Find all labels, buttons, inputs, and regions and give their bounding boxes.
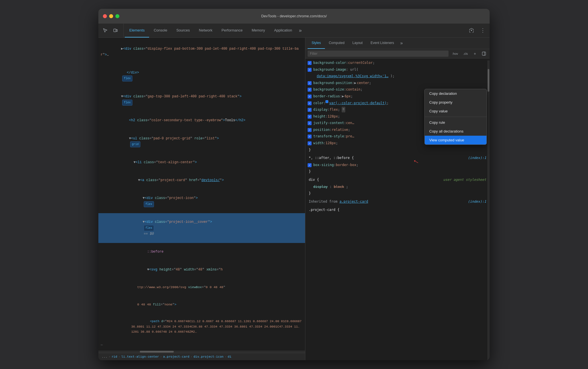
css-declaration-box-sizing: box-sizing : border-box ;	[305, 162, 490, 169]
tab-layout[interactable]: Layout	[348, 38, 367, 49]
universal-rule-header: *, ::after, ::before { (index):1	[305, 153, 490, 162]
copy-value-menu-item[interactable]: Copy value	[425, 107, 487, 116]
declaration-checkbox[interactable]	[308, 95, 312, 98]
cls-button[interactable]: .cls	[462, 51, 469, 56]
breadcrumb: ... › rid › li.text-align-center › a.pro…	[98, 353, 305, 360]
flex-badge[interactable]: flex	[122, 100, 132, 106]
more-style-tabs[interactable]: »	[398, 38, 405, 49]
tab-performance[interactable]: Performance	[217, 24, 247, 37]
declaration-checkbox[interactable]	[308, 68, 312, 72]
html-line: ▼<a class="project-card" href="devtools/…	[98, 171, 305, 189]
copy-all-declarations-menu-item[interactable]: Copy all declarations	[425, 127, 487, 136]
pseudo-element: ::before	[147, 250, 164, 254]
settings-icon[interactable]	[467, 26, 476, 35]
copy-property-menu-item[interactable]: Copy property	[425, 98, 487, 107]
view-computed-value-menu-item[interactable]: View computed value	[425, 136, 487, 144]
color-swatch[interactable]	[325, 100, 328, 103]
user-agent-label: user agent stylesheet	[443, 177, 486, 183]
window-title: DevTools - developer.chrome.com/docs/	[261, 14, 327, 18]
styles-panel: Styles Computed Layout Event Listeners »…	[305, 38, 490, 360]
css-close-brace: }	[305, 147, 490, 154]
inherited-from-header: Inherited from a.project-card (index):1	[305, 197, 490, 207]
html-line: ▼<ul class="pad-0 project-grid" role="li…	[98, 129, 305, 153]
css-close-brace: }	[305, 190, 490, 197]
more-options-icon[interactable]: ⋮	[478, 26, 487, 35]
user-agent-rule-header: div { user agent stylesheet	[305, 175, 490, 184]
copy-declaration-menu-item[interactable]: Copy declaration	[425, 89, 487, 98]
flex-badge[interactable]: flex	[144, 201, 154, 207]
inherited-source[interactable]: (index):1	[468, 199, 486, 205]
html-line: ▼<li class="text-align-center">	[98, 153, 305, 171]
toggle-sidebar-button[interactable]	[481, 50, 487, 57]
add-style-rule-button[interactable]: +	[471, 50, 478, 57]
scrollbar-thumb	[488, 69, 489, 92]
traffic-lights	[103, 14, 119, 18]
hov-button[interactable]: :hov	[451, 51, 460, 56]
device-toolbar-icon[interactable]	[111, 26, 120, 35]
tab-event-listeners[interactable]: Event Listeners	[367, 38, 398, 49]
declaration-checkbox[interactable]	[308, 121, 312, 125]
tab-styles[interactable]: Styles	[308, 38, 325, 49]
elements-panel: ▶<div class="display-flex pad-bottom-300…	[98, 38, 305, 360]
minimize-button[interactable]	[109, 14, 113, 18]
more-tabs-button[interactable]: »	[297, 24, 304, 37]
context-menu: Copy declaration Copy property Copy valu…	[424, 89, 487, 145]
tab-network[interactable]: Network	[194, 24, 217, 37]
devtools-toolbar: Elements Console Sources Network Perform…	[98, 24, 490, 38]
flex-badge[interactable]: flex	[144, 225, 154, 231]
toolbar-icons	[101, 24, 124, 37]
tab-sources[interactable]: Sources	[172, 24, 194, 37]
svg-rect-1	[116, 30, 117, 32]
maximize-button[interactable]	[115, 14, 119, 18]
toolbar-right: ⋮	[465, 24, 487, 37]
tab-elements[interactable]: Elements	[125, 24, 149, 37]
css-declaration-display-block: display : block ;	[305, 184, 490, 190]
inspect-icon[interactable]	[101, 26, 110, 35]
close-button[interactable]	[103, 14, 107, 18]
breadcrumb-item[interactable]: li.text-align-center	[121, 355, 159, 358]
css-declaration-background-color: background-color : currentColor ;	[305, 60, 490, 66]
declaration-checkbox[interactable]	[308, 81, 312, 85]
declaration-checkbox[interactable]	[308, 163, 312, 167]
menu-divider	[425, 117, 487, 117]
filter-input[interactable]	[308, 51, 449, 57]
filter-bar: :hov .cls +	[305, 49, 490, 58]
universal-rule-source[interactable]: (index):1	[468, 155, 486, 161]
breadcrumb-item[interactable]: di	[228, 355, 231, 358]
declaration-checkbox[interactable]	[308, 101, 312, 105]
declaration-checkbox[interactable]	[308, 141, 312, 145]
copy-rule-menu-item[interactable]: Copy rule	[425, 118, 487, 127]
tab-memory[interactable]: Memory	[247, 24, 270, 37]
breadcrumb-item[interactable]: rid	[112, 355, 117, 358]
declaration-checkbox[interactable]	[308, 135, 312, 139]
html-line: </div> flex	[98, 64, 305, 88]
tab-computed[interactable]: Computed	[325, 38, 348, 49]
tab-application[interactable]: Application	[270, 24, 297, 37]
breadcrumb-item[interactable]: div.project-icon	[193, 355, 223, 358]
breadcrumb-item[interactable]: a.project-card	[163, 355, 189, 358]
html-line: ▶<div class="display-flex pad-bottom-300…	[98, 40, 305, 64]
flex-display-icon[interactable]: ⠿	[342, 107, 345, 112]
breadcrumb-dots: ...	[102, 355, 107, 358]
declaration-checkbox[interactable]	[308, 128, 312, 132]
dollar-zero: == $0	[144, 232, 154, 236]
title-bar: DevTools - developer.chrome.com/docs/	[98, 9, 490, 24]
vertical-scrollbar[interactable]	[487, 60, 490, 360]
html-line: ▼<div class="project-icon"> flex	[98, 189, 305, 213]
css-close-brace: }	[305, 168, 490, 175]
declaration-checkbox[interactable]	[308, 88, 312, 92]
horizontal-scrollbar[interactable]	[98, 351, 305, 353]
tab-console[interactable]: Console	[149, 24, 172, 37]
main-tabs: Elements Console Sources Network Perform…	[125, 24, 465, 37]
html-line-selected[interactable]: ▼<div class="project-icon__cover"> flex …	[98, 213, 305, 243]
flex-badge[interactable]: flex	[122, 76, 132, 81]
inherited-from-link[interactable]: a.project-card	[339, 200, 368, 204]
declaration-checkbox[interactable]	[308, 61, 312, 65]
declaration-checkbox[interactable]	[308, 115, 312, 119]
html-line: ttp://www.w3.org/2000/svg viewBox="0 0 4…	[98, 279, 305, 296]
css-var-link[interactable]: var(--color-project-default)	[329, 100, 386, 106]
url-link[interactable]: data:image/svg+xml,%3Csvg width='1…	[317, 74, 388, 78]
declaration-checkbox[interactable]	[308, 108, 312, 112]
main-content: ▶<div class="display-flex pad-bottom-300…	[98, 38, 490, 360]
grid-badge[interactable]: grid	[130, 141, 140, 147]
